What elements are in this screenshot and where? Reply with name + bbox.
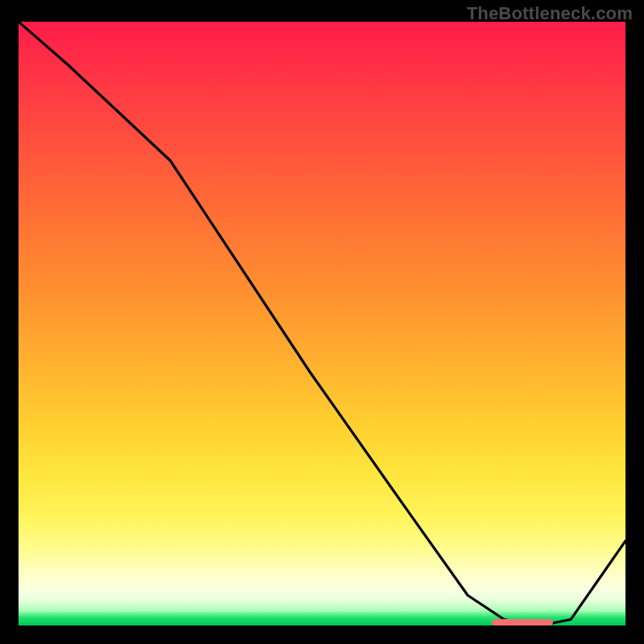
watermark-label: TheBottleneck.com xyxy=(467,3,633,24)
optimal-range-marker xyxy=(492,619,552,625)
plot-frame xyxy=(16,19,628,628)
plot-interior xyxy=(19,22,625,625)
chart-stage: TheBottleneck.com xyxy=(0,0,644,644)
bottleneck-line xyxy=(19,22,625,625)
